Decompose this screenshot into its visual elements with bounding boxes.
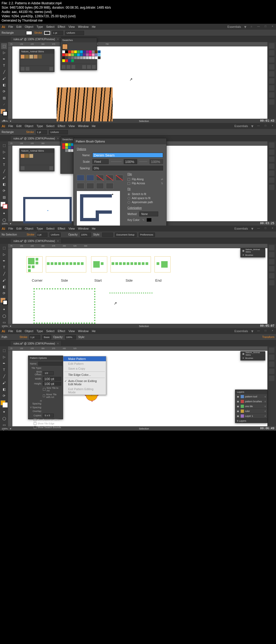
layer-row[interactable]: ◉ruler○ [235,409,267,414]
illustrator-logo: Ai [2,25,5,29]
spacing-input[interactable] [92,166,163,171]
direct-selection-tool[interactable]: ▷ [1,50,7,56]
nature-brushes-panel[interactable]: ▦Nature_Animal Skins ✦Brushes [240,248,265,257]
eraser-tool[interactable]: ◧ [1,82,7,88]
gradient-panel-icon[interactable] [269,78,274,84]
menu-edit[interactable]: Edit [16,25,22,28]
ctx-make-pattern[interactable]: Make Pattern [63,356,106,361]
stroke-swatch[interactable] [44,31,50,35]
menu-file[interactable]: File [8,25,13,28]
menu-effect[interactable]: Effect [58,25,65,28]
document-tab[interactable]: rules.ai* @ 100% (CMYK/Preview)× [11,37,62,42]
brush-name-input[interactable] [92,153,163,158]
fill-swatch[interactable] [26,31,32,35]
close-icon[interactable]: × [271,25,274,29]
toolbox: ⬚▷✒T╱🖌◧⟳ ✦◯▭✎●✂ [0,346,8,426]
cursor [130,77,133,81]
layer-row[interactable]: ◉pattern brushes○ [235,399,267,404]
fill-stroke-selector[interactable] [1,109,8,116]
swatches-panel[interactable]: Swatches [60,38,97,70]
ruler-horizontal: 75150225300375450525600675750 [8,42,267,46]
pattern-context-menu: Make Pattern Edit Pattern Save a Copy Ti… [63,356,106,395]
appearance-panel-icon[interactable] [269,92,274,98]
flip-across-checkbox[interactable] [127,182,130,185]
menu-help[interactable]: He [92,25,96,28]
rotate-tool[interactable]: ⟳ [1,88,7,94]
zoom-level[interactable]: 100% [2,120,8,122]
tile-inner-corner[interactable] [96,175,104,181]
scale-dropdown[interactable]: Fixed [92,159,109,164]
ruler-vertical [8,46,12,119]
menu-window[interactable]: Window [78,25,89,28]
stretch-radio[interactable] [127,193,130,196]
type-tool[interactable]: T [1,63,7,69]
approx-radio[interactable] [127,201,130,204]
current-tool-label: Selection [13,120,274,122]
tiger-pattern-rect[interactable] [57,87,113,121]
color-panel-icon[interactable] [269,43,274,49]
gradient-tool[interactable]: ▤ [1,95,7,101]
layer-row[interactable]: ◉Layer 1○ [235,414,267,418]
keycolor-swatch[interactable] [147,218,151,222]
workspace-selector[interactable]: Essentials [227,25,241,28]
brushes-panel-icon[interactable] [269,57,274,63]
pen-tool[interactable]: ✒ [1,56,7,62]
tile-side[interactable] [77,175,84,181]
ctx-edit-pattern: Edit Pattern [63,361,106,366]
addspace-radio[interactable] [127,197,130,200]
dialog-title: Pattern Brush Options [74,138,166,144]
denim-frame[interactable] [23,197,72,223]
nature-brushes-panel[interactable]: ▦Nature_Animal Skins ✦Brushes [240,351,265,360]
layer-row[interactable]: ◉pattern tool○ [235,394,267,399]
layers-panel-icon[interactable] [269,99,274,105]
document-tab[interactable]: rules.ai* @ 100% (CMYK/Preview)× [11,136,62,141]
layer-row[interactable]: ◉one tile○ [235,404,267,409]
stroke-profile[interactable]: Uniform [65,31,84,35]
toolbox: ⬚▷✒T╱🖌◧⟳ ✦◯▭✎●✂⤢ [0,244,8,324]
ctx-autoclose[interactable]: ✓Auto-Close on Exiting Edit Mode [63,379,106,387]
swatches-panel-icon[interactable] [269,50,274,56]
pattern-options-panel[interactable]: Pattern Options Name: Tile Type: Brick O… [28,356,63,419]
control-bar: Rectangle Stroke Uniform [0,30,276,36]
nature-animal-skins-panel[interactable]: Nature_Animal Skins [19,49,54,72]
eyedropper-tool[interactable]: ⟋ [1,101,7,107]
selection-tool[interactable]: ⬚ [1,43,7,49]
search-icon[interactable]: ⌕ [250,25,253,29]
menu-object[interactable]: Object [25,25,33,28]
scale-pct-input[interactable] [124,159,137,164]
transparency-panel-icon[interactable] [269,85,274,91]
menu-view[interactable]: View [68,25,75,28]
menubar: Ai FileEditObjectTypeSelectEffectViewWin… [0,328,276,334]
video-metadata: File: 2.2. Patterns in Adobe Illustrator… [0,0,276,24]
canvas[interactable]: 75150225300375450525600 [8,244,267,324]
tile-start[interactable] [106,175,113,181]
method-dropdown[interactable]: None [139,212,158,216]
stroke-label[interactable]: Stroke [34,31,42,34]
ctx-tile-edge-color[interactable]: Tile Edge Color... [63,372,106,377]
preview: ▸ [77,191,120,229]
control-bar: Rectangle Stroke Uniform [0,129,276,135]
right-panel-dock [267,42,276,119]
flip-along-checkbox[interactable] [127,178,130,181]
menu-select[interactable]: Select [46,25,54,28]
brush-tool[interactable]: 🖌 [1,76,7,81]
ctx-save-copy: Save a Copy [63,366,106,371]
timestamp: 00:01:43 [260,119,274,122]
swatches-panel-partial[interactable]: Swatches [60,137,74,174]
nature-animal-skins-panel[interactable]: Nature_Animal Skins [19,148,54,171]
illustrator-logo: Ai [2,124,5,128]
menubar: Ai FileEditObjectTypeSelectEffectViewWin… [0,123,276,129]
stroke-panel-icon[interactable] [269,71,274,77]
right-panels [267,141,276,221]
symbols-panel-icon[interactable] [269,64,274,70]
stroke-weight[interactable] [52,31,63,35]
minimize-icon[interactable]: — [257,25,260,29]
tab-close-icon[interactable]: × [57,38,59,41]
toolbox: ⬚▷✒T╱🖌◧⟳▤ ✦◯▭✎●✂⤢▦☁ [0,141,8,221]
tile-end[interactable] [116,175,123,181]
menu-type[interactable]: Type [37,25,43,28]
layers-panel[interactable]: Layers ◉pattern tool○ ◉pattern brushes○ … [235,390,267,423]
maximize-icon[interactable]: □ [264,25,267,29]
line-tool[interactable]: ╱ [1,69,7,75]
tile-outer-corner[interactable] [87,175,94,181]
